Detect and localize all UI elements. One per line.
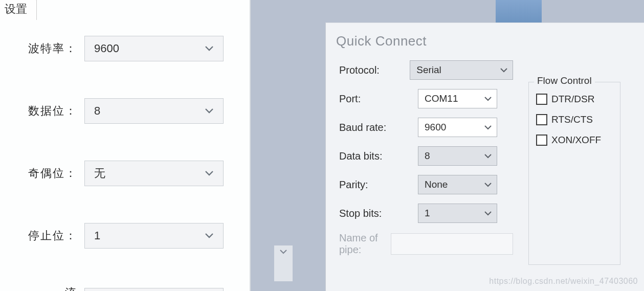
select-value: 9600	[94, 42, 119, 55]
select-value: Serial	[416, 64, 441, 76]
select-stop-bits[interactable]: 1	[418, 204, 497, 223]
background-3d-icon	[496, 0, 542, 26]
settings-panel: 设置 波特率： 9600 数据位： 8 奇偶位： 无 停止位：	[0, 0, 251, 291]
checkbox-dtr-dsr[interactable]	[536, 94, 547, 105]
label-protocol: Protocol:	[339, 64, 410, 76]
select-value: COM11	[425, 93, 458, 104]
select-value: 1	[94, 229, 100, 242]
label-baud-rate: 波特率：	[28, 41, 84, 56]
select-value: 无	[94, 166, 105, 181]
select-value: 8	[425, 150, 430, 162]
select-baud-rate[interactable]: 9600	[418, 118, 497, 137]
field-row-baud-rate: 波特率： 9600	[28, 36, 250, 61]
checkbox-xon-xoff[interactable]	[536, 135, 547, 146]
label-stop-bits: Stop bits:	[339, 208, 418, 219]
field-row-stop-bits: 停止位： 1	[28, 223, 250, 249]
select-data-bits[interactable]: 8	[418, 146, 497, 166]
field-row-baud-rate: Baud rate: 9600	[339, 118, 513, 137]
field-row-data-bits: 数据位： 8	[28, 98, 250, 124]
label-port: Port:	[339, 93, 418, 105]
select-data-bits[interactable]: 8	[84, 98, 224, 124]
label-parity: Parity:	[339, 179, 418, 191]
label-parity: 奇偶位：	[28, 166, 84, 181]
select-stop-bits[interactable]: 1	[84, 223, 224, 249]
select-baud-rate[interactable]: 9600	[84, 36, 224, 61]
chevron-down-icon	[205, 233, 214, 239]
checkbox-row-dtr-dsr[interactable]: DTR/DSR	[536, 94, 613, 105]
settings-form: 波特率： 9600 数据位： 8 奇偶位： 无 停止位： 1	[0, 0, 250, 291]
label-baud-rate: Baud rate:	[339, 122, 418, 133]
checkbox-row-xon-xoff[interactable]: XON/XOFF	[536, 135, 613, 146]
label-stop-bits: 停止位：	[28, 228, 84, 243]
chevron-down-icon	[205, 46, 214, 52]
field-row-protocol: Protocol: Serial	[339, 60, 513, 80]
dialog-body: Protocol: Serial Port: COM11 Baud rate: …	[326, 60, 644, 265]
checkbox-label: RTS/CTS	[551, 114, 593, 125]
label-flow-control: 流控：	[49, 285, 84, 291]
checkbox-label: DTR/DSR	[551, 94, 594, 105]
field-row-port: Port: COM11	[339, 89, 513, 108]
field-row-parity: Parity: None	[339, 175, 513, 194]
chevron-down-icon	[484, 211, 492, 216]
chevron-down-icon	[484, 183, 492, 187]
chevron-down-icon	[484, 97, 492, 101]
flow-control-group: Flow Control DTR/DSR RTS/CTS XON/XOFF	[528, 82, 620, 265]
checkbox-row-rts-cts[interactable]: RTS/CTS	[536, 114, 613, 125]
chevron-down-icon	[484, 154, 492, 159]
input-pipe-name	[391, 233, 513, 255]
select-protocol[interactable]: Serial	[410, 60, 513, 80]
flow-control-legend: Flow Control	[534, 75, 595, 86]
chevron-down-icon	[484, 125, 492, 130]
select-value: 9600	[425, 122, 446, 133]
select-value: 1	[425, 208, 430, 219]
chevron-down-icon	[205, 108, 214, 114]
watermark: https://blog.csdn.net/weixin_47403060	[489, 277, 638, 286]
select-parity[interactable]: None	[418, 175, 497, 194]
select-port[interactable]: COM11	[418, 89, 497, 108]
checkbox-rts-cts[interactable]	[536, 114, 547, 125]
select-flow-control[interactable]: 无	[84, 288, 224, 291]
quick-connect-dialog: Quick Connect Protocol: Serial Port: COM…	[325, 23, 644, 291]
label-pipe-name: Name of pipe:	[339, 232, 391, 256]
select-value: None	[425, 179, 448, 190]
label-data-bits: Data bits:	[339, 150, 418, 162]
settings-tab[interactable]: 设置	[0, 0, 37, 20]
field-row-pipe-name: Name of pipe:	[339, 232, 513, 256]
field-row-stop-bits: Stop bits: 1	[339, 204, 513, 223]
field-row-flow-control: 流控： 无	[28, 285, 250, 291]
chevron-down-icon	[280, 250, 287, 254]
checkbox-label: XON/XOFF	[551, 135, 601, 146]
background-scrollbar	[274, 245, 293, 281]
dialog-title: Quick Connect	[326, 23, 644, 60]
label-data-bits: 数据位：	[28, 103, 84, 119]
dialog-form-column: Protocol: Serial Port: COM11 Baud rate: …	[339, 60, 513, 265]
chevron-down-icon	[205, 170, 214, 176]
select-value: 8	[94, 104, 100, 118]
field-row-data-bits: Data bits: 8	[339, 146, 513, 166]
chevron-down-icon	[500, 68, 507, 73]
select-parity[interactable]: 无	[84, 161, 224, 186]
field-row-parity: 奇偶位： 无	[28, 161, 250, 186]
